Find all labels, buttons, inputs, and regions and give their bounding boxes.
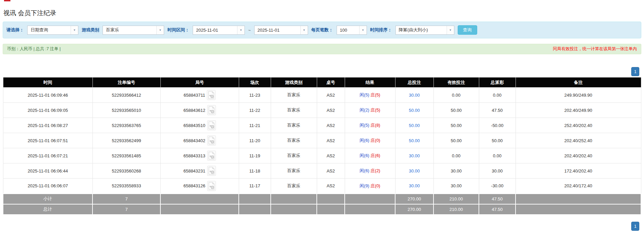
total-bet-link[interactable]: 30.00 bbox=[409, 153, 420, 158]
cell-round-id: 658843231 bbox=[160, 163, 239, 179]
video-replay-button[interactable] bbox=[207, 90, 216, 100]
time-sort-select[interactable]: 降冪(由大到小) ▼ bbox=[395, 26, 454, 35]
table-row: 2025-11-01 06:07:21 522933561485 6588433… bbox=[3, 148, 641, 163]
video-replay-button[interactable] bbox=[207, 181, 216, 191]
column-header-payout: 总派彩 bbox=[479, 77, 516, 88]
cell-game: 百家乐 bbox=[271, 179, 317, 194]
cell-session: 11-17 bbox=[239, 179, 271, 194]
per-page-select[interactable]: 100 ▼ bbox=[337, 26, 367, 35]
total-bet-link[interactable]: 50.00 bbox=[409, 138, 420, 143]
result-player-text: 闲(5) bbox=[359, 92, 369, 97]
per-page-value: 100 bbox=[337, 26, 359, 34]
round-id-text: 658843313 bbox=[183, 153, 205, 158]
cell-round-id: 658843612 bbox=[160, 103, 239, 118]
total-bet-link[interactable]: 50.00 bbox=[409, 123, 420, 128]
video-replay-button[interactable] bbox=[207, 151, 216, 161]
cell-game: 百家乐 bbox=[271, 163, 317, 179]
pagination-bottom: 1 bbox=[0, 222, 639, 231]
cell-result: 闲(9) 庄(0) bbox=[345, 179, 395, 194]
column-header-bet-id: 注单编号 bbox=[92, 77, 160, 88]
total-bet-link[interactable]: 30.00 bbox=[409, 183, 420, 188]
search-button[interactable]: 查询 bbox=[458, 25, 477, 35]
subtotal-count: 7 bbox=[92, 194, 160, 204]
summary-bar: 币别：人民币 | 总共 :7 注单 | 同局有效投注，统一计算在该局第一张注单内 bbox=[3, 44, 641, 54]
query-type-select[interactable]: 日期查询 ▼ bbox=[27, 26, 78, 35]
column-header-game: 游戏类别 bbox=[271, 77, 317, 88]
cell-table-no: AS2 bbox=[317, 118, 345, 133]
video-replay-button[interactable] bbox=[207, 120, 216, 130]
chevron-down-icon[interactable]: ▼ bbox=[359, 26, 367, 34]
cell-time: 2025-11-01 06:09:05 bbox=[3, 103, 92, 118]
chevron-down-icon[interactable]: ▼ bbox=[300, 26, 308, 34]
filter-panel: 请选择： 日期查询 ▼ 游戏类别 百家乐 ▼ 时间区间： 2025-11-01 … bbox=[3, 22, 641, 38]
page-1-button[interactable]: 1 bbox=[631, 67, 639, 76]
cell-total-bet: 30.00 bbox=[395, 148, 433, 163]
table-row: 2025-11-01 06:07:51 522933562499 6588434… bbox=[3, 133, 641, 148]
grand-total-row: 总计 7 270.00 210.00 47.50 bbox=[3, 204, 641, 215]
column-header-total-bet: 总投注 bbox=[395, 77, 433, 88]
round-id-text: 658843126 bbox=[183, 183, 205, 188]
game-category-select[interactable]: 百家乐 ▼ bbox=[103, 26, 164, 35]
cell-note: 252.40/202.40 bbox=[516, 118, 641, 133]
total-bet-link[interactable]: 30.00 bbox=[409, 168, 420, 174]
column-header-note: 备注 bbox=[516, 77, 641, 88]
cell-total-bet: 50.00 bbox=[395, 133, 433, 148]
cell-round-id: 658843510 bbox=[160, 118, 239, 133]
date-from-value: 2025-11-01 bbox=[193, 26, 237, 34]
cell-payout: -30.00 bbox=[479, 179, 516, 194]
video-file-icon bbox=[208, 106, 215, 114]
chevron-down-icon[interactable]: ▼ bbox=[447, 26, 454, 34]
video-replay-button[interactable] bbox=[207, 166, 216, 176]
result-banker-text: 庄(6) bbox=[371, 153, 380, 158]
result-banker-text: 庄(2) bbox=[371, 168, 380, 173]
video-replay-button[interactable] bbox=[207, 105, 216, 115]
cell-total-bet: 50.00 bbox=[395, 118, 433, 133]
subtotal-label: 小计 bbox=[3, 194, 92, 204]
cell-table-no: AS2 bbox=[317, 163, 345, 179]
cell-session: 11-21 bbox=[239, 118, 271, 133]
cell-round-id: 658843711 bbox=[160, 88, 239, 103]
cell-round-id: 658843313 bbox=[160, 148, 239, 163]
video-file-icon bbox=[208, 121, 215, 129]
grand-total-valid-bet: 210.00 bbox=[433, 204, 479, 215]
result-banker-text: 庄(0) bbox=[371, 183, 380, 188]
round-id-text: 658843612 bbox=[183, 108, 205, 113]
cell-time: 2025-11-01 06:09:46 bbox=[3, 88, 92, 103]
grand-total-label: 总计 bbox=[3, 204, 92, 215]
column-header-result: 结果 bbox=[345, 77, 395, 88]
chevron-down-icon[interactable]: ▼ bbox=[71, 26, 78, 34]
page-1-button[interactable]: 1 bbox=[631, 222, 639, 231]
betting-records-table: 时间 注单编号 局号 场次 游戏类别 桌号 结果 总投注 有效投注 总派彩 备注… bbox=[3, 77, 641, 215]
time-sort-value: 降冪(由大到小) bbox=[396, 26, 447, 34]
date-to-picker[interactable]: 2025-11-01 ▼ bbox=[254, 26, 308, 35]
cell-valid-bet: 50.00 bbox=[433, 118, 479, 133]
column-header-session: 场次 bbox=[239, 77, 271, 88]
cell-game: 百家乐 bbox=[271, 103, 317, 118]
valid-bet-notice-text: 同局有效投注，统一计算在该局第一张注单内 bbox=[553, 46, 637, 52]
query-type-value: 日期查询 bbox=[28, 26, 71, 34]
table-row: 2025-11-01 06:09:05 522933565010 6588436… bbox=[3, 103, 641, 118]
cell-bet-id: 522933565010 bbox=[92, 103, 160, 118]
cell-session: 11-20 bbox=[239, 133, 271, 148]
cell-payout: 0.00 bbox=[479, 88, 516, 103]
chevron-down-icon[interactable]: ▼ bbox=[156, 26, 164, 34]
cell-payout: -50.00 bbox=[479, 118, 516, 133]
video-file-icon bbox=[208, 91, 215, 99]
total-bet-link[interactable]: 50.00 bbox=[409, 108, 420, 113]
cell-bet-id: 522933561485 bbox=[92, 148, 160, 163]
subtotal-row: 小计 7 270.00 210.00 47.50 bbox=[3, 194, 641, 204]
table-header-row: 时间 注单编号 局号 场次 游戏类别 桌号 结果 总投注 有效投注 总派彩 备注 bbox=[3, 77, 641, 88]
cell-game: 百家乐 bbox=[271, 118, 317, 133]
cell-table-no: AS2 bbox=[317, 148, 345, 163]
total-bet-link[interactable]: 30.00 bbox=[409, 93, 420, 98]
cell-session: 11-18 bbox=[239, 163, 271, 179]
grand-total-total-bet: 270.00 bbox=[395, 204, 433, 215]
cell-payout: 0.00 bbox=[479, 148, 516, 163]
cell-bet-id: 522933562499 bbox=[92, 133, 160, 148]
date-from-picker[interactable]: 2025-11-01 ▼ bbox=[193, 26, 245, 35]
grand-total-count: 7 bbox=[92, 204, 160, 215]
video-replay-button[interactable] bbox=[207, 135, 216, 146]
cell-result: 闲(6) 庄(2) bbox=[345, 163, 395, 179]
chevron-down-icon[interactable]: ▼ bbox=[237, 26, 244, 34]
per-page-label: 每页笔数： bbox=[311, 27, 333, 33]
